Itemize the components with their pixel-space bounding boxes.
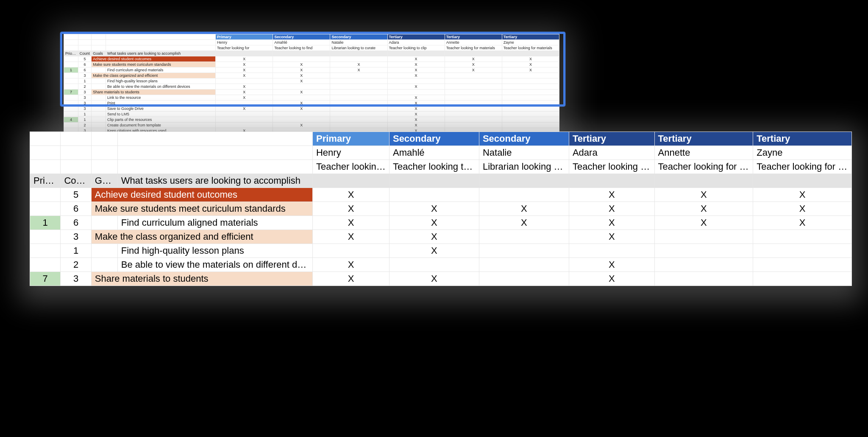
priority-cell[interactable] [64, 101, 78, 106]
count-cell[interactable]: 5 [78, 56, 92, 62]
count-cell[interactable]: 3 [78, 90, 92, 95]
mark-cell[interactable]: X [387, 84, 445, 90]
mark-cell[interactable]: X [389, 244, 479, 258]
count-cell[interactable]: 2 [78, 84, 92, 90]
mark-cell[interactable] [445, 101, 502, 106]
indent-cell[interactable] [92, 112, 106, 117]
mark-cell[interactable]: X [216, 106, 273, 112]
mark-cell[interactable] [654, 244, 753, 258]
count-cell[interactable]: 3 [78, 95, 92, 101]
count-cell[interactable]: 1 [78, 117, 92, 123]
mark-cell[interactable]: X [389, 230, 479, 244]
mark-cell[interactable] [330, 90, 387, 95]
mark-cell[interactable] [502, 106, 559, 112]
mark-cell[interactable] [387, 90, 445, 95]
mark-cell[interactable] [330, 112, 387, 117]
indent-cell[interactable]: Make the class organized and efficient [91, 230, 312, 244]
mark-cell[interactable] [445, 123, 502, 128]
mark-cell[interactable]: X [216, 67, 273, 73]
mark-cell[interactable]: X [330, 62, 387, 67]
mark-cell[interactable] [445, 95, 502, 101]
priority-cell[interactable] [30, 230, 61, 244]
indent-cell[interactable] [92, 117, 106, 123]
goal-cell[interactable]: Find high-quality lesson plans [117, 244, 312, 258]
mark-cell[interactable]: X [312, 258, 389, 272]
indent-cell[interactable]: Make sure students meet curiculum standa… [91, 202, 312, 216]
mark-cell[interactable]: X [273, 90, 330, 95]
mark-cell[interactable] [330, 117, 387, 123]
priority-cell[interactable]: 4 [64, 117, 78, 123]
mark-cell[interactable] [445, 117, 502, 123]
mark-cell[interactable] [330, 78, 387, 84]
mark-cell[interactable]: X [273, 73, 330, 78]
goal-cell[interactable]: Create document from template [106, 123, 216, 128]
mark-cell[interactable] [479, 244, 569, 258]
mark-cell[interactable]: X [445, 62, 502, 67]
count-cell[interactable]: 2 [61, 258, 91, 272]
priority-cell[interactable] [64, 112, 78, 117]
mark-cell[interactable]: X [569, 216, 654, 230]
indent-cell[interactable] [91, 258, 117, 272]
mark-cell[interactable] [753, 258, 852, 272]
mark-cell[interactable]: X [753, 216, 852, 230]
priority-cell[interactable]: 7 [64, 90, 78, 95]
mark-cell[interactable] [479, 230, 569, 244]
mark-cell[interactable]: X [273, 78, 330, 84]
mark-cell[interactable]: X [216, 73, 273, 78]
mark-cell[interactable] [502, 117, 559, 123]
priority-cell[interactable] [30, 202, 61, 216]
mark-cell[interactable] [569, 244, 654, 258]
mark-cell[interactable]: X [273, 101, 330, 106]
mark-cell[interactable] [753, 230, 852, 244]
priority-cell[interactable] [64, 106, 78, 112]
indent-cell[interactable]: Achieve desired student outcomes [92, 56, 216, 62]
mark-cell[interactable]: X [273, 123, 330, 128]
mark-cell[interactable]: X [387, 67, 445, 73]
mark-cell[interactable] [273, 95, 330, 101]
mark-cell[interactable] [502, 95, 559, 101]
mark-cell[interactable]: X [479, 202, 569, 216]
mark-cell[interactable]: X [387, 101, 445, 106]
count-cell[interactable]: 3 [78, 106, 92, 112]
mark-cell[interactable]: X [312, 202, 389, 216]
mark-cell[interactable]: X [387, 112, 445, 117]
mark-cell[interactable]: X [216, 84, 273, 90]
mark-cell[interactable]: X [387, 73, 445, 78]
mark-cell[interactable]: X [387, 56, 445, 62]
mark-cell[interactable] [445, 112, 502, 117]
indent-cell[interactable] [92, 106, 106, 112]
mark-cell[interactable] [330, 101, 387, 106]
indent-cell[interactable]: Make sure students meet curiculum standa… [92, 62, 216, 67]
mark-cell[interactable]: X [654, 188, 753, 202]
mark-cell[interactable] [502, 90, 559, 95]
count-cell[interactable]: 6 [78, 62, 92, 67]
mark-cell[interactable]: X [654, 202, 753, 216]
priority-cell[interactable]: 1 [30, 216, 61, 230]
mark-cell[interactable]: X [654, 216, 753, 230]
mark-cell[interactable]: X [312, 272, 389, 286]
mark-cell[interactable]: X [479, 216, 569, 230]
mark-cell[interactable]: X [445, 56, 502, 62]
mark-cell[interactable] [273, 56, 330, 62]
mark-cell[interactable] [502, 84, 559, 90]
mark-cell[interactable]: X [273, 62, 330, 67]
count-cell[interactable]: 6 [78, 67, 92, 73]
mark-cell[interactable] [445, 78, 502, 84]
mark-cell[interactable]: X [389, 202, 479, 216]
mark-cell[interactable] [753, 244, 852, 258]
mark-cell[interactable]: X [216, 90, 273, 95]
count-cell[interactable]: 2 [78, 123, 92, 128]
count-cell[interactable]: 6 [61, 216, 91, 230]
indent-cell[interactable] [92, 95, 106, 101]
mark-cell[interactable]: X [387, 106, 445, 112]
goal-cell[interactable]: Print [106, 101, 216, 106]
goal-cell[interactable]: Save to Google Drive [106, 106, 216, 112]
mark-cell[interactable]: X [387, 62, 445, 67]
mark-cell[interactable] [502, 73, 559, 78]
mark-cell[interactable] [330, 84, 387, 90]
mark-cell[interactable] [445, 84, 502, 90]
count-cell[interactable]: 3 [78, 101, 92, 106]
indent-cell[interactable]: Share materials to students [91, 272, 312, 286]
mark-cell[interactable]: X [389, 216, 479, 230]
mark-cell[interactable] [654, 230, 753, 244]
